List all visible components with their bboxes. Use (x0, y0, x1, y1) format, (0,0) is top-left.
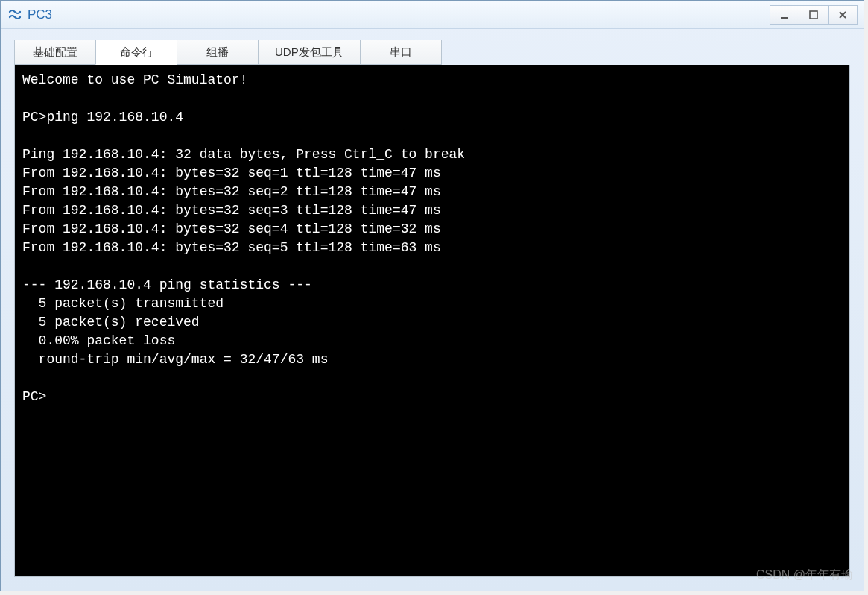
terminal-output[interactable]: Welcome to use PC Simulator! PC>ping 192… (14, 65, 850, 577)
minimize-button[interactable] (770, 5, 799, 25)
tab-bar: 基础配置 命令行 组播 UDP发包工具 串口 (14, 40, 850, 65)
tab-command-line[interactable]: 命令行 (95, 40, 177, 65)
window-title: PC3 (28, 7, 770, 22)
tab-udp-tool[interactable]: UDP发包工具 (258, 40, 361, 65)
tab-serial[interactable]: 串口 (360, 40, 442, 65)
svg-rect-1 (810, 11, 817, 19)
app-window: PC3 基础配置 命令行 组播 UDP发包工具 串口 Welcome to us… (0, 0, 864, 591)
close-button[interactable] (828, 5, 858, 25)
titlebar[interactable]: PC3 (1, 1, 864, 29)
tab-multicast[interactable]: 组播 (177, 40, 259, 65)
tab-basic-config[interactable]: 基础配置 (14, 40, 96, 65)
app-icon (7, 7, 23, 23)
maximize-button[interactable] (799, 5, 829, 25)
window-controls (770, 5, 858, 25)
content-area: 基础配置 命令行 组播 UDP发包工具 串口 Welcome to use PC… (1, 29, 864, 591)
